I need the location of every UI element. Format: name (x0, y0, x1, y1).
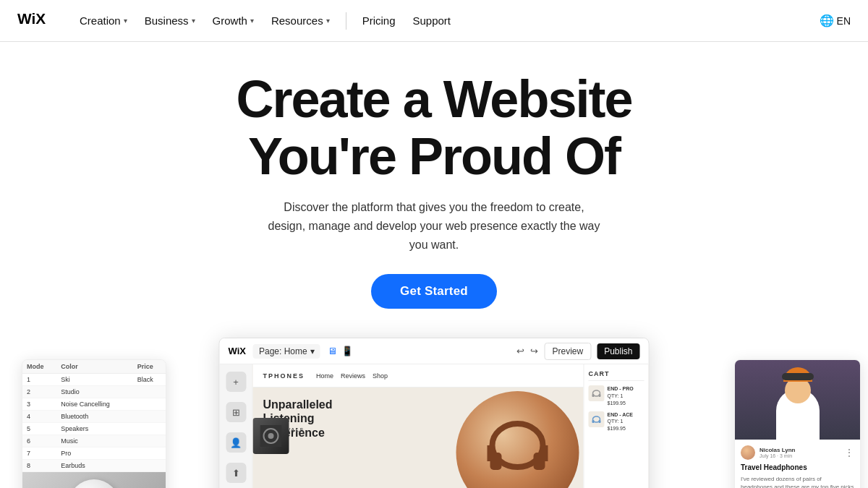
chevron-down-icon: ▾ (326, 17, 330, 25)
col-color: Color (56, 360, 133, 374)
table-row: 7Pro (22, 448, 166, 460)
table-row: 1SkiBlack (22, 374, 166, 386)
nav-divider (346, 12, 346, 30)
globe-icon: 🌐 (820, 14, 834, 27)
editor-window: WiX Page: Home ▾ 🖥 📱 ↩ ↪ Preview Publish… (219, 338, 650, 488)
canvas-nav: Home Reviews Shop (316, 372, 388, 380)
editor-topbar: WiX Page: Home ▾ 🖥 📱 ↩ ↪ Preview Publish (220, 338, 649, 364)
nav-item-business[interactable]: Business ▾ (137, 10, 203, 31)
canvas-hero-text: Unparalleled Listening Experience (263, 398, 639, 440)
cart-item-image (589, 411, 605, 427)
page-selector[interactable]: Page: Home ▾ (253, 344, 320, 359)
svg-rect-14 (599, 420, 601, 423)
nav-item-creation[interactable]: Creation ▾ (72, 10, 135, 31)
author-info: Nicolas Lynn July 16 · 3 min (760, 447, 840, 458)
apps-icon[interactable]: ⬆ (226, 463, 246, 483)
cart-item-info: END - ACE QTY: 1 $199.95 (608, 411, 634, 432)
cart-item: END - PRO QTY: 1 $199.95 (589, 385, 644, 406)
editor-sidebar: + ⊞ 👤 ⬆ ☰ (220, 364, 253, 488)
canvas-logo: TPHONES (263, 372, 305, 380)
nav-item-resources[interactable]: Resources ▾ (264, 10, 337, 31)
hero-subtitle: Discover the platform that gives you the… (268, 198, 600, 254)
canvas-nav-shop[interactable]: Shop (373, 372, 388, 380)
chevron-down-icon: ▾ (192, 17, 195, 25)
hero-section: Create a Website You're Proud Of Discove… (0, 42, 868, 323)
blog-card-panel: Nicolas Lynn July 16 · 3 min ⋮ Travel He… (734, 359, 861, 488)
table-row: 5Speakers (22, 423, 166, 435)
product-table-panel: Mode Color Price 1SkiBlack 2Studio 3Nois… (22, 359, 166, 488)
blog-image (735, 360, 860, 440)
nav-items: Creation ▾ Business ▾ Growth ▾ Resources… (72, 10, 820, 31)
new-arrivals-thumbnail (253, 418, 289, 454)
preview-button[interactable]: Preview (544, 343, 591, 360)
table-row: 8Earbuds (22, 460, 166, 472)
undo-icon[interactable]: ↩ (516, 346, 524, 356)
svg-point-8 (268, 433, 274, 439)
blog-excerpt: I've reviewed dozens of pairs of headpho… (735, 475, 860, 488)
cart-item: END - ACE QTY: 1 $199.95 (589, 411, 644, 432)
add-elements-icon[interactable]: + (226, 372, 246, 392)
person-image (735, 360, 860, 440)
hero-title: Create a Website You're Proud Of (237, 71, 632, 185)
canvas-nav-home[interactable]: Home (316, 372, 333, 380)
editor-wix-logo: WiX (229, 346, 246, 356)
redo-icon[interactable]: ↪ (530, 346, 538, 356)
nav-item-growth[interactable]: Growth ▾ (205, 10, 261, 31)
col-mode: Mode (22, 360, 56, 374)
svg-rect-13 (592, 420, 595, 423)
nav-item-support[interactable]: Support (406, 10, 459, 31)
blog-post-title: Travel Headphones (735, 463, 860, 475)
editor-canvas: TPHONES Home Reviews Shop Unparalleled L… (253, 364, 649, 488)
table-row: 3Noise Cancelling (22, 398, 166, 411)
table-row: 4Bluetooth (22, 411, 166, 423)
author-name: Nicolas Lynn (760, 447, 840, 453)
cart-sidebar: CART END - PRO QTY: 1 $199.95 (584, 364, 649, 488)
author-date: July 16 · 3 min (760, 453, 840, 458)
table-row: 6Music (22, 435, 166, 448)
device-icons: 🖥 📱 (328, 346, 353, 356)
cart-title: CART (589, 370, 644, 381)
preview-section: Mode Color Price 1SkiBlack 2Studio 3Nois… (0, 330, 868, 488)
publish-button[interactable]: Publish (597, 343, 639, 359)
get-started-button[interactable]: Get Started (371, 274, 497, 309)
svg-rect-11 (599, 394, 601, 397)
blog-author-row: Nicolas Lynn July 16 · 3 min ⋮ (735, 440, 860, 463)
nav-item-pricing[interactable]: Pricing (355, 10, 403, 31)
editor-actions: ↩ ↪ Preview Publish (516, 343, 639, 360)
author-avatar (741, 445, 755, 460)
mobile-icon[interactable]: 📱 (341, 346, 353, 356)
headphone-image (69, 479, 119, 488)
nav-right: 🌐 EN (820, 14, 851, 27)
col-price: Price (133, 360, 166, 374)
cart-item-image (589, 385, 605, 401)
chevron-down-icon: ▾ (310, 346, 315, 356)
canvas-nav-reviews[interactable]: Reviews (341, 372, 365, 380)
svg-text:WiX: WiX (17, 11, 46, 27)
chevron-down-icon: ▾ (250, 17, 254, 25)
desktop-icon[interactable]: 🖥 (328, 346, 337, 356)
wix-logo[interactable]: WiX (17, 11, 52, 31)
product-image: ⚙ ✎ ⊹ (22, 472, 166, 488)
add-section-icon[interactable]: ⊞ (226, 402, 246, 422)
svg-rect-10 (592, 394, 595, 397)
language-selector[interactable]: 🌐 EN (820, 14, 851, 27)
media-icon[interactable]: 👤 (226, 432, 246, 453)
chevron-down-icon: ▾ (124, 17, 127, 25)
more-options-icon[interactable]: ⋮ (844, 448, 854, 458)
table-row: 2Studio (22, 386, 166, 398)
navbar: WiX Creation ▾ Business ▾ Growth ▾ Resou… (0, 0, 868, 42)
editor-content: + ⊞ 👤 ⬆ ☰ TPHONES Home Reviews Shop (220, 364, 649, 488)
cart-item-info: END - PRO QTY: 1 $199.95 (608, 385, 634, 406)
